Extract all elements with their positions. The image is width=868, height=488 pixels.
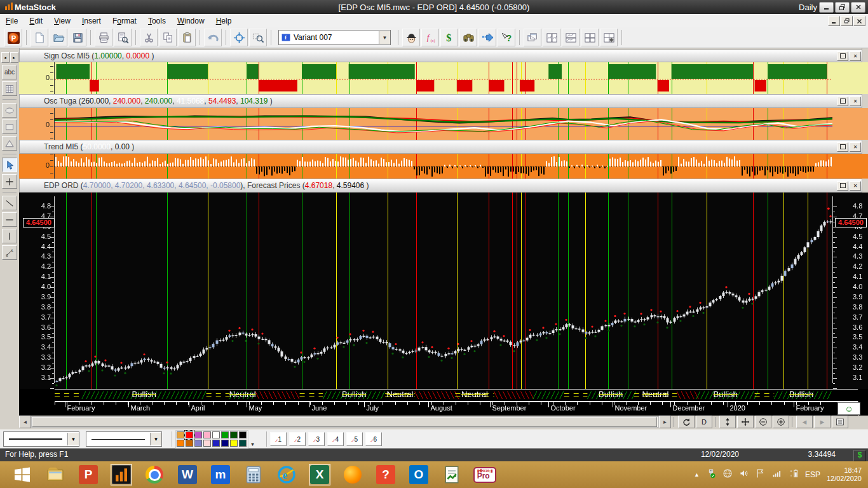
- menu-insert[interactable]: Insert: [76, 15, 107, 27]
- color-swatch[interactable]: [194, 440, 202, 447]
- scroll-right-icon[interactable]: ▸: [10, 52, 18, 63]
- action-center-flag-icon[interactable]: [756, 468, 766, 481]
- battery-icon[interactable]: [789, 468, 799, 481]
- mdi-close-button[interactable]: [853, 16, 865, 26]
- color-swatch[interactable]: [221, 431, 229, 438]
- menu-format[interactable]: Format: [107, 15, 142, 27]
- tile-horizontal-button[interactable]: [562, 29, 580, 46]
- panel-restore-button[interactable]: [837, 97, 848, 106]
- taskbar-app-internet-explorer[interactable]: e: [276, 464, 297, 485]
- color-swatch[interactable]: [239, 431, 247, 438]
- scrollbar-thumb[interactable]: [32, 417, 657, 427]
- chevron-down-icon[interactable]: ▼: [379, 31, 390, 44]
- taskbar-clock[interactable]: 18:47 12/02/2020: [827, 466, 862, 483]
- dollar-currency-button[interactable]: $: [440, 29, 458, 46]
- zoom-area-button[interactable]: [249, 29, 267, 46]
- panel-close-button[interactable]: ✕: [850, 97, 861, 106]
- panel-header-sign[interactable]: Sign Osc MI5 (1.00000, 0.0000 )✕: [19, 50, 868, 62]
- volume-icon[interactable]: [739, 468, 749, 481]
- pointer-tool[interactable]: [2, 158, 17, 172]
- color-swatch[interactable]: [239, 440, 247, 447]
- taskbar-app-metastock-downloader[interactable]: [441, 464, 463, 485]
- zoom-in-button[interactable]: [773, 416, 789, 428]
- menu-edit[interactable]: Edit: [24, 15, 48, 27]
- color-swatch[interactable]: [212, 440, 220, 447]
- pan-button[interactable]: [737, 416, 754, 428]
- color-swatch[interactable]: [221, 440, 229, 447]
- panel-restore-button[interactable]: [837, 181, 848, 191]
- cut-button[interactable]: [140, 29, 158, 46]
- template-button-1[interactable]: ◞1: [270, 432, 287, 446]
- mdi-minimize-button[interactable]: [828, 16, 840, 26]
- panel-restore-button[interactable]: [837, 142, 848, 152]
- triangle-tool[interactable]: [2, 136, 17, 151]
- color-swatch[interactable]: [177, 431, 184, 438]
- variant-combo[interactable]: fVariant 007▼: [278, 30, 391, 45]
- menu-view[interactable]: View: [48, 15, 76, 27]
- close-button[interactable]: [851, 2, 865, 13]
- new-document-button[interactable]: [31, 29, 48, 46]
- menu-tools[interactable]: Tools: [142, 15, 172, 27]
- color-swatch[interactable]: [203, 440, 211, 447]
- line-weight-dropdown[interactable]: ▼: [86, 431, 162, 447]
- taskbar-app-outlook[interactable]: O: [408, 464, 430, 485]
- template-button-3[interactable]: ◞3: [308, 432, 325, 446]
- language-indicator[interactable]: ESP: [805, 470, 820, 479]
- trendline-tool[interactable]: [2, 196, 17, 210]
- menu-file[interactable]: File: [0, 15, 24, 27]
- panel-close-button[interactable]: ✕: [850, 51, 861, 61]
- rectangle-tool[interactable]: [2, 119, 17, 134]
- color-swatch[interactable]: [212, 431, 220, 438]
- chart-style-options-button[interactable]: [600, 29, 618, 46]
- tile-vertical-button[interactable]: [543, 29, 560, 46]
- text-tool[interactable]: abc: [2, 65, 17, 79]
- template-button-5[interactable]: ◞5: [346, 432, 363, 446]
- go-arrow-button[interactable]: [478, 29, 496, 46]
- open-chart-button[interactable]: [50, 29, 67, 46]
- menu-help[interactable]: Help: [210, 15, 238, 27]
- vertical-line-tool[interactable]: [2, 229, 17, 243]
- template-button-6[interactable]: ◞6: [365, 432, 382, 446]
- panel-header-trend[interactable]: Trend MI5 (50.0000, 0.00 )✕: [19, 140, 868, 154]
- taskbar-app-calculator[interactable]: [243, 464, 264, 485]
- menu-window[interactable]: Window: [172, 15, 210, 27]
- taskbar-app-file-explorer[interactable]: [44, 464, 66, 485]
- chart-canvas-price[interactable]: [19, 193, 868, 389]
- mdi-restore-button[interactable]: [841, 16, 853, 26]
- tile-grid-button[interactable]: [581, 29, 599, 46]
- paste-button[interactable]: [178, 29, 196, 46]
- color-swatch[interactable]: [186, 440, 193, 447]
- color-swatch[interactable]: [230, 440, 238, 447]
- panel-header-price[interactable]: EDP ORD (4.70000, 4.70200, 4.63300, 4.64…: [19, 179, 868, 193]
- taskbar-app-chrome[interactable]: [144, 464, 165, 485]
- app-logo-button[interactable]: P: [4, 29, 22, 46]
- crosshair-pointer-button[interactable]: [230, 29, 248, 46]
- taskbar-app-metastock[interactable]: [111, 464, 132, 485]
- panel-header-tuga[interactable]: Osc Tuga (260.000, 240.000, 240.000, 41.…: [19, 94, 868, 108]
- undo-button[interactable]: [204, 29, 222, 46]
- color-swatch[interactable]: [230, 431, 238, 438]
- signal-strength-icon[interactable]: [772, 468, 782, 481]
- taskbar-app-excel[interactable]: X: [309, 464, 330, 485]
- panel-restore-button[interactable]: [837, 51, 848, 61]
- ellipse-tool[interactable]: [2, 103, 17, 118]
- restore-button[interactable]: [835, 2, 850, 13]
- taskbar-app-pro[interactable]: ▮�016;▮Pro: [474, 464, 496, 485]
- network-icon[interactable]: [722, 468, 733, 481]
- taskbar-app-start[interactable]: [11, 464, 33, 485]
- template-button-4[interactable]: ◞4: [327, 432, 344, 446]
- semilog-trendline-tool[interactable]: SL: [2, 245, 17, 260]
- color-swatch[interactable]: [203, 431, 211, 438]
- save-button[interactable]: [69, 29, 86, 46]
- palette-dropdown-arrow[interactable]: ▼: [248, 431, 257, 447]
- scrollbar-track[interactable]: [31, 416, 659, 428]
- chart-canvas-sign[interactable]: [19, 62, 868, 94]
- print-preview-button[interactable]: [114, 29, 132, 46]
- panel-close-button[interactable]: ✕: [850, 181, 861, 191]
- horizontal-line-tool[interactable]: [2, 212, 17, 227]
- cascade-windows-button[interactable]: [524, 29, 541, 46]
- taskbar-app-help-viewer[interactable]: ?: [375, 464, 397, 485]
- chart-canvas-tuga[interactable]: [19, 108, 868, 140]
- chart-canvas-trend[interactable]: [19, 154, 868, 179]
- color-swatch[interactable]: [186, 431, 193, 438]
